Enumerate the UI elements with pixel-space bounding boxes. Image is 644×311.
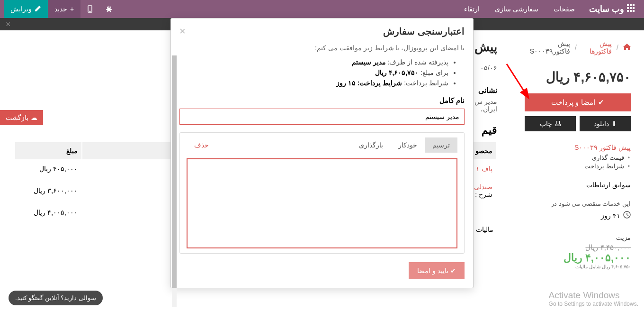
li-label: پذیرفته شده از طرف: xyxy=(387,58,448,66)
svg-point-11 xyxy=(89,11,90,12)
plus-icon: + xyxy=(70,5,74,13)
bug-icon[interactable] xyxy=(99,0,118,18)
col-amount: مبلغ xyxy=(15,142,81,159)
modal-title: اعتبارسنجی سفارش xyxy=(383,26,465,37)
check-icon: ✔ xyxy=(450,267,456,274)
breadcrumb: / پیش فاکتورها / پیش فاکتورS۰۰۰۳۹ xyxy=(525,40,631,55)
li-label: شرایط پرداخت: xyxy=(404,79,448,87)
close-subbar-icon[interactable]: × xyxy=(6,19,11,29)
sign-pay-button[interactable]: ✔ امضا و پرداخت xyxy=(525,93,631,111)
total-price: ۴,۶۰۵,۷۵۰ ریال xyxy=(525,69,631,85)
svg-rect-4 xyxy=(630,7,632,9)
svg-rect-2 xyxy=(633,4,635,6)
breadcrumb-sep: / xyxy=(575,44,577,51)
top-navigation: وب سایت صفحات سفارشی سازی ارتقاء + جدید … xyxy=(0,0,644,18)
new-label: جدید xyxy=(54,5,67,13)
sign-pay-label: امضا و پرداخت xyxy=(551,98,595,107)
pencil-icon xyxy=(35,5,41,13)
expires-days: ۴۱ روز xyxy=(525,211,631,220)
price-struck: ۴,۴۵۰,۰۰۰ ریال xyxy=(525,243,631,252)
clock-icon xyxy=(623,211,631,220)
breadcrumb-current: پیش فاکتورS۰۰۰۳۹ xyxy=(525,40,570,55)
full-name-input[interactable] xyxy=(179,109,465,125)
days-value: ۴۱ روز xyxy=(601,212,620,220)
print-button[interactable]: 🖶 چاپ xyxy=(525,116,576,131)
breadcrumb-link[interactable]: پیش فاکتورها xyxy=(581,40,612,55)
svg-rect-6 xyxy=(627,10,629,12)
svg-rect-1 xyxy=(630,4,632,6)
nav-pages[interactable]: صفحات xyxy=(547,5,581,13)
check-icon: ✔ xyxy=(598,98,604,107)
signature-delete[interactable]: حذف xyxy=(187,137,216,153)
product-cell[interactable]: صندلی xyxy=(474,183,492,191)
nav-customize[interactable]: سفارشی سازی xyxy=(488,5,545,13)
li-value: مدیر سیستم xyxy=(352,58,386,66)
agree-intro: با امضای این پروپوزال، با شرایط زیر مواف… xyxy=(179,44,465,52)
svg-rect-5 xyxy=(633,7,635,9)
modal-close-button[interactable]: × xyxy=(179,25,186,37)
download-label: دانلود xyxy=(594,120,609,128)
nav-promote[interactable]: ارتقاء xyxy=(457,5,486,13)
new-button[interactable]: + جدید xyxy=(48,0,80,18)
mobile-icon[interactable] xyxy=(80,0,99,18)
download-button[interactable]: ⬇ دانلود xyxy=(580,116,631,131)
chat-widget[interactable]: سوالی دارید؟ آنلاین گفتگو کنید. xyxy=(9,291,103,305)
edit-label: ویرایش xyxy=(10,5,32,13)
download-icon: ⬇ xyxy=(611,120,617,128)
site-brand-label: وب سایت xyxy=(589,4,624,14)
amount-cell: ۳,۶۰۰,۰۰۰ ریال xyxy=(15,178,81,203)
advantage-label: مزیت xyxy=(525,234,631,241)
tab-upload[interactable]: بارگذاری xyxy=(351,137,391,153)
sidebar-link-invoice[interactable]: پیش فاکتور S۰۰۰۳۹ xyxy=(525,144,631,151)
sidebar-history-link[interactable]: سوابق ارتباطات xyxy=(525,181,631,189)
signature-canvas[interactable] xyxy=(187,158,457,248)
product-desc: شرح : xyxy=(475,191,492,198)
amount-cell: ۴۰۵,۰۰۰ ریال xyxy=(15,160,81,177)
sidebar-link-pricing[interactable]: قیمت گذاری xyxy=(525,154,631,161)
price-note: ۴,۶۰۵,۷۵۰ ریال شامل مالیات xyxy=(525,264,631,269)
back-label: بازگشت xyxy=(6,114,28,121)
li-value: شرایط پرداخت: ۱۵ روز xyxy=(336,79,402,87)
name-label: نام کامل xyxy=(179,96,465,105)
confirm-sign-button[interactable]: ✔ تایید و امضا xyxy=(409,262,465,279)
svg-rect-0 xyxy=(627,4,629,6)
svg-rect-8 xyxy=(633,10,635,12)
order-validation-modal: اعتبارسنجی سفارش × با امضای این پروپوزال… xyxy=(170,18,474,288)
tab-draw[interactable]: ترسیم xyxy=(425,137,457,153)
print-label: چاپ xyxy=(540,120,552,128)
svg-rect-7 xyxy=(630,10,632,12)
confirm-label: تایید و امضا xyxy=(417,267,448,274)
print-icon: 🖶 xyxy=(555,120,561,128)
site-brand[interactable]: وب سایت xyxy=(583,4,640,14)
home-icon[interactable] xyxy=(623,44,631,52)
li-value: ۴,۶۰۵,۷۵۰ ریال xyxy=(375,69,419,76)
li-label: برای مبلغ: xyxy=(420,69,448,76)
agree-list: پذیرفته شده از طرف: مدیر سیستم برای مبلغ… xyxy=(179,58,465,87)
back-button[interactable]: ☁ بازگشت xyxy=(0,110,43,125)
edit-button[interactable]: ویرایش xyxy=(4,0,48,18)
apps-icon xyxy=(627,4,635,14)
signature-panel: ترسیم خودکار بارگذاری حذف xyxy=(179,132,465,254)
svg-rect-3 xyxy=(627,7,629,9)
cloud-icon: ☁ xyxy=(31,114,37,121)
price-discounted: ۴,۰۰۵,۰۰۰ ریال xyxy=(525,252,631,264)
sidebar: / پیش فاکتورها / پیش فاکتورS۰۰۰۳۹ ۴,۶۰۵,… xyxy=(511,30,644,311)
breadcrumb-sep: / xyxy=(617,44,618,51)
tab-auto[interactable]: خودکار xyxy=(391,137,425,153)
subtotal-cell: ۴,۰۰۵,۰۰۰ ریال xyxy=(15,204,81,221)
sidebar-link-terms[interactable]: شرایط پرداخت xyxy=(525,163,631,170)
expires-label: این خدمات منقضی می شود در xyxy=(525,200,631,207)
